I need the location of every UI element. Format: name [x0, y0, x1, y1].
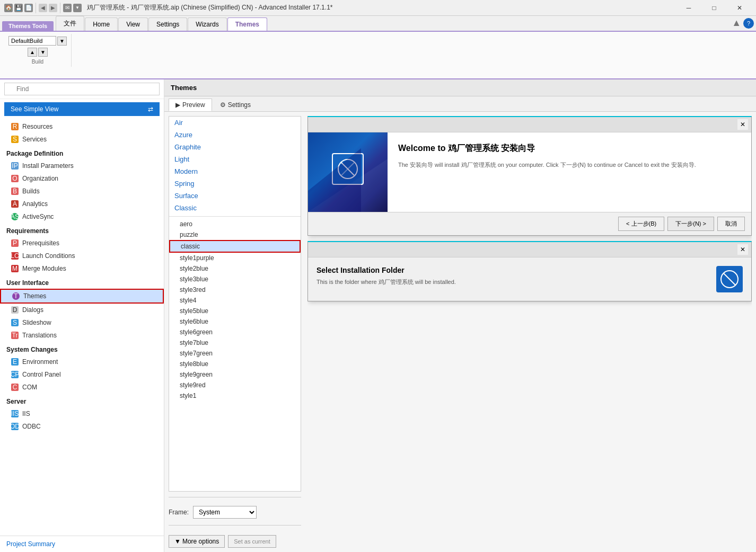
tab-settings-label: Settings: [228, 101, 251, 109]
build-combo-wrapper[interactable]: DefaultBuild ▼: [8, 36, 67, 46]
theme-sub-aero[interactable]: aero: [169, 219, 301, 229]
theme-sub-style3red[interactable]: style3red: [169, 284, 301, 295]
installer-back-btn[interactable]: < 上一步(B): [618, 217, 664, 231]
theme-sub-style7green[interactable]: style7green: [169, 348, 301, 359]
sidebar-item-control-panel[interactable]: CP Control Panel: [0, 368, 164, 381]
frame-select[interactable]: System Aero None: [193, 506, 257, 519]
theme-sub-style1purple[interactable]: style1purple: [169, 253, 301, 263]
sidebar-item-iis[interactable]: IIS IIS: [0, 407, 164, 420]
dropdown-icon[interactable]: ▼: [73, 4, 82, 12]
forward-icon[interactable]: ▶: [49, 4, 57, 12]
theme-sub-classic[interactable]: classic: [169, 240, 301, 253]
back-icon[interactable]: ◀: [39, 4, 47, 12]
theme-item-modern[interactable]: Modern: [169, 165, 301, 177]
sidebar-item-builds[interactable]: B Builds: [0, 185, 164, 198]
theme-sub-style5blue[interactable]: style5blue: [169, 306, 301, 316]
installer-next-btn[interactable]: 下一步(N) >: [667, 217, 714, 231]
section-header-server: Server: [0, 394, 164, 407]
theme-item-spring[interactable]: Spring: [169, 177, 301, 190]
sidebar-item-environment[interactable]: E Environment: [0, 355, 164, 368]
tab-file[interactable]: 文件: [56, 16, 84, 31]
builds-icon: B: [11, 187, 19, 195]
sidebar-item-translations[interactable]: Tr Translations: [0, 329, 164, 342]
sidebar-item-launch-conditions[interactable]: LC Launch Conditions: [0, 250, 164, 262]
theme-sub-style7blue[interactable]: style7blue: [169, 337, 301, 348]
theme-list-panel: Air Azure Graphite Light Modern Spring S…: [169, 116, 301, 548]
svg-text:OD: OD: [11, 423, 19, 430]
environment-icon: E: [11, 358, 19, 366]
theme-item-graphite[interactable]: Graphite: [169, 141, 301, 153]
installer2-desc: This is the folder where 鸡厂管理系统 will be …: [317, 278, 710, 287]
sidebar-item-slideshow[interactable]: S Slideshow: [0, 316, 164, 329]
minimize-button[interactable]: ─: [676, 0, 701, 16]
theme-sub-puzzle[interactable]: puzzle: [169, 229, 301, 240]
installer-close-2[interactable]: ✕: [737, 244, 748, 255]
help-icon[interactable]: ?: [743, 18, 754, 29]
installer2-text: Select Installation Folder This is the f…: [317, 266, 710, 287]
sidebar-label-builds: Builds: [22, 188, 40, 195]
save-icon[interactable]: 💾: [14, 4, 23, 12]
theme-item-azure[interactable]: Azure: [169, 129, 301, 141]
svg-text:M: M: [12, 265, 17, 272]
installer2-logo: [716, 266, 743, 292]
new-icon[interactable]: 📄: [24, 4, 33, 12]
installer-window-1: ✕: [307, 116, 752, 236]
tab-settings[interactable]: ⚙ Settings: [213, 99, 258, 111]
sidebar-item-install-params[interactable]: IP Install Parameters: [0, 159, 164, 172]
installer-welcome-title: Welcome to 鸡厂管理系统 安装向导: [398, 143, 741, 154]
set-as-current-button[interactable]: Set as current: [228, 535, 276, 548]
search-input[interactable]: [4, 83, 160, 95]
theme-sub-style2blue[interactable]: style2blue: [169, 263, 301, 274]
sidebar-item-resources[interactable]: R Resources: [0, 120, 164, 133]
maximize-button[interactable]: □: [702, 0, 726, 16]
build-combo-arrow[interactable]: ▼: [57, 37, 67, 46]
sidebar-item-dialogs[interactable]: D Dialogs: [0, 304, 164, 316]
theme-sub-style1[interactable]: style1: [169, 390, 301, 401]
tab-wizards[interactable]: Wizards: [188, 17, 226, 31]
theme-sub-style3blue[interactable]: style3blue: [169, 274, 301, 284]
sidebar-item-activesync[interactable]: AS ActiveSync: [0, 210, 164, 223]
theme-sub-style9green[interactable]: style9green: [169, 369, 301, 380]
build-up-arrow[interactable]: ▲: [28, 48, 37, 57]
sidebar-item-com[interactable]: C COM: [0, 381, 164, 394]
installer-cancel-btn[interactable]: 取消: [717, 217, 745, 231]
install-params-icon: IP: [11, 162, 19, 170]
theme-item-air[interactable]: Air: [169, 117, 301, 129]
mail-icon[interactable]: ✉: [63, 4, 72, 12]
sidebar-item-themes[interactable]: T Themes: [0, 289, 164, 304]
frame-label: Frame:: [169, 509, 189, 516]
sidebar-item-services[interactable]: S Services: [0, 133, 164, 146]
sidebar-item-merge-modules[interactable]: M Merge Modules: [0, 262, 164, 275]
sidebar-item-organization[interactable]: O Organization: [0, 172, 164, 185]
window-controls[interactable]: ─ □ ✕: [676, 0, 752, 16]
tab-preview[interactable]: ▶ Preview: [169, 99, 212, 111]
theme-item-light[interactable]: Light: [169, 153, 301, 165]
theme-item-surface[interactable]: Surface: [169, 190, 301, 202]
theme-sub-style6green[interactable]: style6green: [169, 327, 301, 337]
theme-item-classic[interactable]: Classic: [169, 202, 301, 214]
search-wrapper: 🔍: [4, 83, 160, 95]
tab-view[interactable]: View: [118, 17, 148, 31]
svg-text:A: A: [13, 200, 17, 208]
simple-view-button[interactable]: See Simple View ⇄: [4, 102, 160, 116]
toolbar-icons: 🏠 💾 📄 ◀ ▶ ✉ ▼: [4, 3, 82, 13]
sidebar-item-prerequisites[interactable]: P Prerequisites: [0, 237, 164, 250]
theme-sub-style6blue[interactable]: style6blue: [169, 316, 301, 327]
theme-sub-style9red[interactable]: style9red: [169, 380, 301, 390]
tab-themes[interactable]: Themes: [227, 17, 267, 31]
sidebar-item-odbc[interactable]: OD ODBC: [0, 420, 164, 433]
close-button[interactable]: ✕: [727, 0, 752, 16]
project-summary-link[interactable]: Project Summary: [0, 536, 164, 552]
tab-settings[interactable]: Settings: [148, 17, 187, 31]
collapse-ribbon-icon[interactable]: ▲: [732, 17, 741, 29]
more-options-label: More options: [182, 538, 219, 545]
build-down-arrow[interactable]: ▼: [38, 48, 48, 57]
more-options-button[interactable]: ▼ More options: [169, 535, 225, 548]
theme-sub-style8blue[interactable]: style8blue: [169, 359, 301, 369]
tab-home[interactable]: Home: [85, 17, 118, 31]
build-combo[interactable]: DefaultBuild: [8, 36, 56, 46]
installer-close-1[interactable]: ✕: [737, 119, 748, 130]
sidebar-item-analytics[interactable]: A Analytics: [0, 198, 164, 210]
theme-sub-style4[interactable]: style4: [169, 295, 301, 306]
actions-divider: [169, 525, 301, 526]
